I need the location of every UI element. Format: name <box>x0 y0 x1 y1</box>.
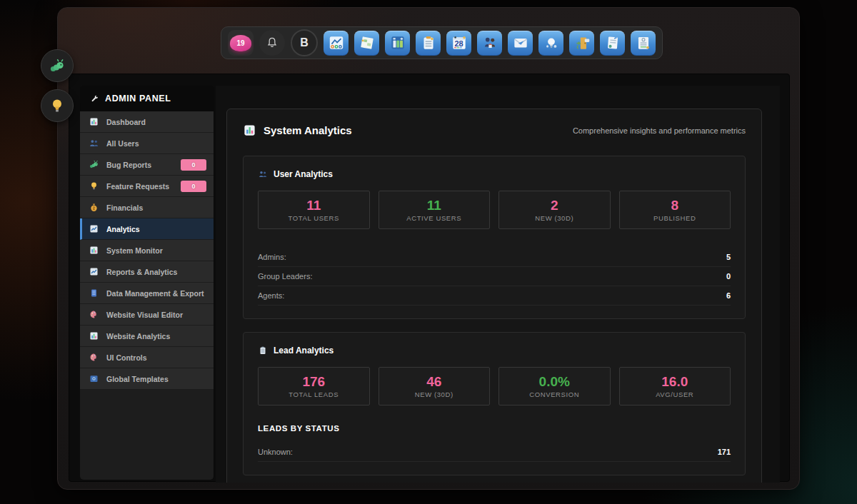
stat-total-leads: 176 TOTAL LEADS <box>258 367 370 405</box>
sidebar-item-reports-analytics[interactable]: Reports & Analytics <box>80 261 214 283</box>
sidebar-item-label: Analytics <box>106 225 140 233</box>
bell-button[interactable] <box>259 30 285 56</box>
calendar-app-button[interactable]: 28 <box>446 31 471 56</box>
bug-report-fab[interactable] <box>41 49 74 82</box>
documents-app-button[interactable] <box>600 31 625 56</box>
calendar-day-label: 28 <box>446 39 471 48</box>
lead-analytics-icon <box>258 346 268 356</box>
user-analytics-icon <box>258 169 268 179</box>
money-bag-icon <box>89 202 99 213</box>
row-value: 171 <box>718 448 731 456</box>
brain-badge-icon: 19 <box>230 35 251 51</box>
user-avatar-button[interactable]: B <box>291 29 318 56</box>
sidebar-item-feature-requests[interactable]: Feature Requests 0 <box>80 176 214 197</box>
feature-request-fab[interactable] <box>41 89 74 122</box>
database-icon <box>89 288 99 298</box>
sidebar-item-all-users[interactable]: All Users <box>80 133 214 154</box>
family-app-button[interactable] <box>477 31 502 56</box>
row-label: Agents: <box>258 291 284 300</box>
sidebar-item-ui-controls[interactable]: UI Controls <box>80 347 214 368</box>
card-header: System Analytics Comprehensive insights … <box>227 109 761 143</box>
user-analytics-section: User Analytics 11 TOTAL USERS 11 ACTIVE … <box>243 156 746 319</box>
main-content: System Analytics Comprehensive insights … <box>216 86 780 483</box>
sidebar-header: ADMIN PANEL <box>80 86 214 111</box>
report-doc-app-icon <box>634 34 653 52</box>
clipboard-app-icon <box>419 34 438 52</box>
lead-analytics-section: Lead Analytics 176 TOTAL LEADS 46 NEW (3… <box>243 332 746 475</box>
ui-palette-icon <box>89 352 99 363</box>
notes-app-button[interactable] <box>354 31 379 56</box>
user-breakdown-rows: Admins: 5 Group Leaders: 0 Agents: 6 <box>258 248 731 306</box>
mail-app-button[interactable] <box>508 31 533 56</box>
exit-app-button[interactable] <box>569 31 594 56</box>
leads-by-status-heading: LEADS BY STATUS <box>258 424 731 433</box>
notifications-button[interactable]: 19 <box>228 30 254 56</box>
stat-value: 46 <box>426 375 441 388</box>
reports-app-button[interactable] <box>631 31 656 56</box>
sidebar-item-label: All Users <box>106 139 139 148</box>
stat-label: TOTAL USERS <box>289 214 339 222</box>
app-panel: ADMIN PANEL Dashboard All Users Bug Repo… <box>69 74 790 482</box>
sidebar-item-analytics[interactable]: Analytics <box>80 218 214 240</box>
template-image-icon <box>89 373 99 384</box>
tasks-app-button[interactable] <box>416 31 441 56</box>
sidebar-item-label: System Monitor <box>106 246 163 255</box>
top-toolbar: 19 B <box>221 26 663 59</box>
stat-value: 0.0% <box>539 375 570 388</box>
row-value: 6 <box>726 291 731 300</box>
website-analytics-icon <box>89 331 99 341</box>
door-app-icon <box>573 34 591 52</box>
chart-app-icon <box>327 34 346 52</box>
sidebar-item-label: Website Analytics <box>106 332 170 341</box>
monitor-chart-icon <box>89 245 99 256</box>
sidebar-item-website-analytics[interactable]: Website Analytics <box>80 326 214 347</box>
sidebar-item-label: Financials <box>106 203 143 212</box>
idea-app-icon <box>542 34 561 52</box>
stat-value: 16.0 <box>661 375 688 388</box>
stat-new-users-30d: 2 NEW (30D) <box>498 191 611 229</box>
stat-label: NEW (30D) <box>415 390 453 398</box>
lightbulb-icon <box>49 97 66 114</box>
family-app-icon <box>481 34 499 52</box>
caterpillar-icon <box>49 57 66 74</box>
stat-avg-per-user: 16.0 AVG/USER <box>619 367 731 405</box>
sidebar-item-global-templates[interactable]: Global Templates <box>80 368 214 390</box>
stat-total-users: 11 TOTAL USERS <box>258 191 370 229</box>
users-icon <box>89 138 99 148</box>
notification-count: 19 <box>236 39 244 47</box>
analytics-app-button[interactable] <box>324 31 349 56</box>
section-title: Lead Analytics <box>274 346 334 356</box>
sidebar-item-label: Bug Reports <box>106 161 151 169</box>
stat-label: AVG/USER <box>656 390 693 398</box>
row-unknown: Unknown: 171 <box>258 443 731 462</box>
sidebar-item-financials[interactable]: Financials <box>80 197 214 218</box>
app-window: 19 B <box>57 7 800 490</box>
stat-active-users: 11 ACTIVE USERS <box>379 191 491 229</box>
page-subtitle: Comprehensive insights and performance m… <box>573 126 746 135</box>
feature-requests-badge: 0 <box>181 181 206 192</box>
sidebar-item-data-management[interactable]: Data Management & Export <box>80 283 214 304</box>
row-value: 5 <box>726 253 731 261</box>
lead-status-rows: Unknown: 171 <box>258 443 731 462</box>
bell-icon <box>265 36 279 50</box>
stat-label: ACTIVE USERS <box>406 214 461 222</box>
stat-value: 11 <box>427 198 441 212</box>
sidebar-item-label: Reports & Analytics <box>106 268 177 276</box>
ideas-app-button[interactable] <box>538 31 563 56</box>
trend-chart-icon <box>89 223 99 234</box>
sidebar-item-dashboard[interactable]: Dashboard <box>80 111 214 133</box>
bug-reports-badge: 0 <box>181 159 206 171</box>
dashboard-icon <box>89 116 99 127</box>
sidebar-item-label: Dashboard <box>106 118 146 126</box>
system-analytics-card: System Analytics Comprehensive insights … <box>226 109 762 483</box>
page-title: System Analytics <box>264 124 352 136</box>
sidebar-item-system-monitor[interactable]: System Monitor <box>80 240 214 261</box>
sidebar-item-label: Global Templates <box>106 375 169 383</box>
stat-label: TOTAL LEADS <box>289 390 339 398</box>
sidebar-item-bug-reports[interactable]: Bug Reports 0 <box>80 154 214 176</box>
row-label: Unknown: <box>258 448 293 456</box>
kanban-app-button[interactable] <box>385 31 410 56</box>
document-pen-app-icon <box>603 34 622 52</box>
sidebar-item-website-visual-editor[interactable]: Website Visual Editor <box>80 304 214 326</box>
stat-value: 176 <box>302 375 325 388</box>
